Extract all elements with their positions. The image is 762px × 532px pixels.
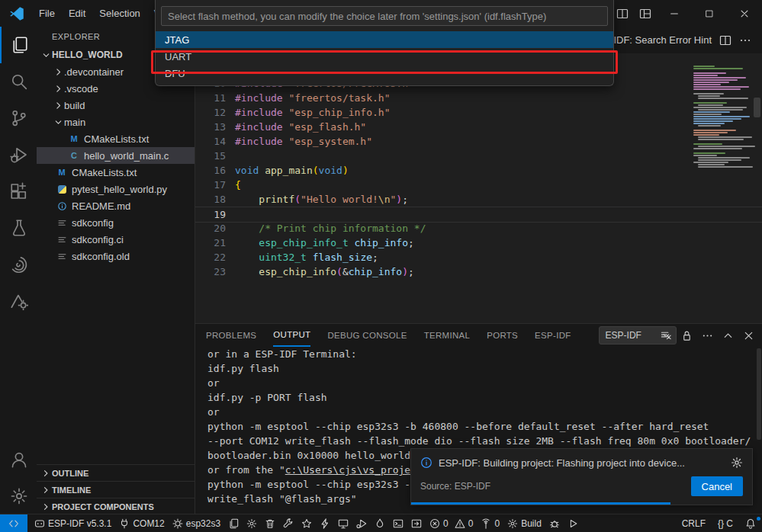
status-device-target[interactable]: esp32s3 [169,514,224,532]
activity-source-control-icon[interactable] [0,100,37,136]
tree-item-sdkconfig-old[interactable]: sdkconfig.old [37,248,195,264]
tree-item-label: .devcontainer [64,66,124,78]
code-text: /* Print chip information */ [235,221,762,236]
status-flash-method[interactable] [224,514,243,532]
output-line: idf.py -p PORT flash [195,390,756,405]
status-launch[interactable] [564,514,582,532]
status-cmake-build[interactable]: Build [503,514,545,532]
output-line: or [195,376,756,390]
clear-output-icon[interactable] [661,330,672,341]
status-problems[interactable]: 00 [426,514,477,532]
activity-esp-idf-tools-icon[interactable] [0,283,37,319]
status-build-flash-monitor[interactable] [371,514,389,532]
minimap[interactable] [692,66,750,324]
activity-esp-idf-explorer-icon[interactable] [0,246,37,283]
tree-item-cmakelists-txt[interactable]: MCMakeLists.txt [37,164,195,181]
python-file-icon [55,185,69,194]
chip-icon [172,518,183,529]
status-language-mode[interactable]: {} C [712,514,739,532]
status-full-clean[interactable] [261,514,279,532]
error-icon [429,518,440,529]
tree-item-pytest-hello-world-py[interactable]: pytest_hello_world.py [37,181,195,197]
maximize-panel-icon[interactable] [722,330,734,341]
minimap-line [693,88,741,90]
status-serial-port[interactable]: COM12 [115,514,168,532]
section-timeline[interactable]: TIMELINE [37,481,195,498]
lock-scroll-icon[interactable] [681,330,693,341]
activity-extensions-icon[interactable] [0,173,37,210]
quickpick-item-dfu[interactable]: DFU [156,65,613,82]
minimap-line [693,77,746,79]
status-remote-indicator[interactable] [0,514,27,532]
minimize-button[interactable] [657,0,692,27]
status-eol-indicator[interactable]: CRLF [676,514,712,532]
status-monitor-device[interactable] [334,514,352,532]
status-custom-task[interactable] [297,514,316,532]
cancel-button[interactable]: Cancel [691,476,743,496]
menu-file[interactable]: File [32,5,62,22]
menu-edit[interactable]: Edit [62,5,92,22]
quickpick-input[interactable]: Select flash method, you can modify the … [161,6,608,26]
tree-item-sdkconfig[interactable]: sdkconfig [37,214,195,231]
notification-source: Source: ESP-IDF [420,481,490,492]
status-debug[interactable] [352,514,371,532]
minimap-line [693,107,747,108]
panel-tab-debug-console[interactable]: DEBUG CONSOLE [327,324,407,347]
tree-item-main[interactable]: main [37,114,195,130]
quickpick-item-uart[interactable]: UART [156,48,613,65]
editor-scrollbar[interactable] [754,98,760,117]
panel-tab-esp-idf[interactable]: ESP-IDF [535,324,571,347]
minimap-line [698,125,721,127]
tree-item-build[interactable]: build [37,97,195,114]
section-outline[interactable]: OUTLINE [37,464,195,481]
status-ports-forwarded[interactable]: 0 [477,514,503,532]
status-open-esp-idf[interactable] [407,514,426,532]
notification-settings-gear-icon[interactable] [731,457,743,469]
close-panel-icon[interactable] [743,330,754,341]
code-text: { [235,178,762,192]
tree-item-hello-world-main-c[interactable]: Chello_world_main.c [37,147,195,164]
quickpick-item-jtag[interactable]: JTAG [156,31,613,48]
menu-selection[interactable]: Selection [92,5,146,22]
split-editor-layout-icon[interactable] [611,0,634,27]
code-line-20: 20 /* Print chip information */ [195,221,762,236]
section-project-components[interactable]: PROJECT COMPONENTS [37,498,195,514]
line-number: 17 [195,178,226,192]
panel-tab-terminal[interactable]: TERMINAL [424,324,471,347]
output-path-link[interactable]: c:\Users\cjs\vs_proje [285,464,410,476]
activity-testing-icon[interactable] [0,210,37,246]
activity-explorer-icon[interactable] [0,27,37,63]
status-bug[interactable] [545,514,564,532]
maximize-button[interactable] [692,0,727,27]
minimap-line [693,123,725,124]
tree-item-readme-md[interactable]: README.md [37,197,195,214]
code-line-23: 23 esp_chip_info(&chip_info); [195,264,762,279]
activity-search-icon[interactable] [0,63,37,100]
activity-accounts-icon[interactable] [0,441,37,478]
customize-layout-icon[interactable] [634,0,657,27]
status-flash-device[interactable] [316,514,334,532]
panel-more-actions-icon[interactable] [702,330,713,341]
panel-tab-ports[interactable]: PORTS [487,324,518,347]
config-file-icon [55,252,69,261]
panel-scrollbar[interactable] [757,348,761,440]
status-esp-idf-version[interactable]: ESP-IDF v5.3.1 [31,514,115,532]
line-number: 22 [195,250,226,264]
tree-item-sdkconfig-ci[interactable]: sdkconfig.ci [37,231,195,248]
tree-item-cmakelists-txt[interactable]: MCMakeLists.txt [37,130,195,147]
panel-tab-problems[interactable]: PROBLEMS [206,324,256,347]
status-build-tools[interactable] [279,514,297,532]
code-text: #include "freertos/task.h" [235,91,762,105]
minimap-line [693,102,727,104]
close-button[interactable] [727,0,762,27]
status-idf-terminal[interactable] [389,514,407,532]
minimap-line [693,114,722,115]
status-menuconfig[interactable] [243,514,261,532]
plug-icon [119,518,130,529]
code-editor[interactable]: 23 esp_chip_info(&chip_info);22 uint32_t… [195,53,762,324]
status-notifications-bell[interactable] [739,514,762,532]
activity-manage-icon[interactable] [0,478,37,514]
panel-tab-output[interactable]: OUTPUT [273,324,310,347]
config-file-icon [55,235,69,245]
activity-run-and-debug-icon[interactable] [0,136,37,173]
